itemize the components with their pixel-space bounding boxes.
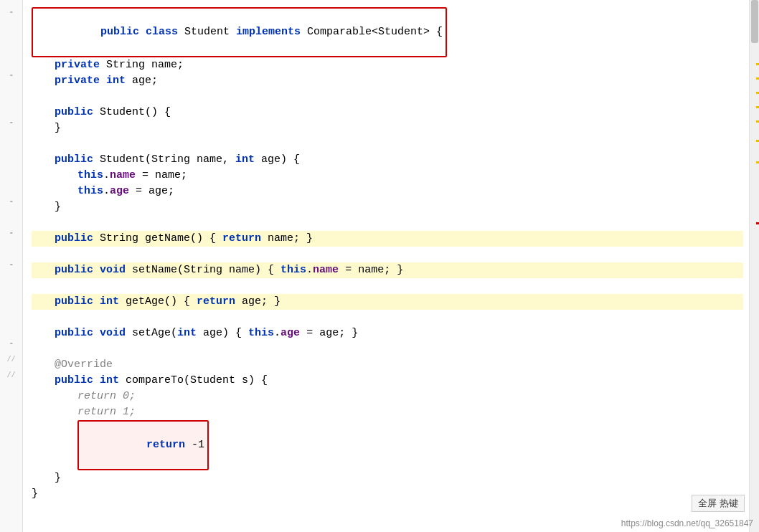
scroll-marker-yellow-3: [756, 92, 759, 94]
line-10: this.age = age;: [32, 184, 743, 199]
line-16: [32, 278, 743, 294]
gutter-20: [5, 304, 18, 320]
gutter-fold-15[interactable]: ⁃: [5, 225, 18, 241]
code-area: public class Student implements Comparab…: [23, 0, 749, 532]
line-6: }: [32, 120, 743, 136]
code-content: public class Student implements Comparab…: [32, 4, 743, 505]
scroll-marker-red: [756, 222, 759, 224]
line-19: public void setAge(int age) { this.age =…: [32, 326, 743, 341]
gutter-fold-8[interactable]: ⁃: [5, 115, 18, 130]
line-4: [32, 89, 743, 105]
url-text-content: https://blog.csdn.net/qq_32651847: [621, 518, 753, 528]
line-23: return 0;: [32, 389, 743, 404]
line-26: }: [32, 470, 743, 486]
line-12: [32, 215, 743, 231]
gutter-14: [5, 209, 18, 225]
line-15: public void setName(String name) { this.…: [32, 262, 743, 278]
line-20: [32, 341, 743, 357]
gutter-comment-23: //: [5, 351, 18, 367]
gutter-25: [5, 383, 18, 399]
gutter-19: [5, 288, 18, 304]
gutter-9: [5, 130, 18, 146]
line-18: [32, 310, 743, 326]
scroll-marker-yellow-4: [756, 106, 759, 108]
gutter-27: [5, 414, 18, 430]
gutter-26: [5, 399, 18, 414]
gutter-18: [5, 272, 18, 288]
url-bar: https://blog.csdn.net/qq_32651847: [621, 518, 753, 528]
tooltip-text: 全屏 热键: [698, 498, 738, 508]
line-13: public String getName() { return name; }: [32, 231, 743, 247]
line-17: public int getAge() { return age; }: [32, 294, 743, 310]
line-22: public int compareTo(Student s) {: [32, 373, 743, 389]
gutter-fold-22[interactable]: ⁃: [5, 336, 18, 351]
gutter-10: [5, 146, 18, 162]
line-25: return -1: [32, 420, 743, 470]
tooltip-box[interactable]: 全屏 热键: [692, 495, 745, 512]
line-2: private String name;: [32, 57, 743, 73]
gutter-12: [5, 178, 18, 194]
gutter-16: [5, 241, 18, 257]
gutter: ⁃ ⁃ ⁃ ⁃ ⁃ ⁃: [0, 0, 23, 532]
scroll-marker-yellow-1: [756, 63, 759, 65]
gutter-comment-24: //: [5, 367, 18, 383]
gutter-2: [5, 20, 18, 36]
line-9: this.name = name;: [32, 168, 743, 184]
line-11: }: [32, 199, 743, 215]
gutter-11: [5, 162, 18, 178]
gutter-6: [5, 83, 18, 99]
line-1-text: public class Student implements Comparab…: [32, 7, 447, 57]
gutter-3: [5, 36, 18, 52]
gutter-7: [5, 99, 18, 115]
gutter-fold-13[interactable]: ⁃: [5, 194, 18, 209]
gutter-21: [5, 320, 18, 336]
code-editor: ⁃ ⁃ ⁃ ⁃ ⁃ ⁃: [0, 0, 759, 532]
line-8: public Student(String name, int age) {: [32, 152, 743, 168]
line-5: public Student() {: [32, 105, 743, 120]
scroll-marker-yellow-2: [756, 77, 759, 80]
line-3: private int age;: [32, 73, 743, 89]
scrollbar[interactable]: [749, 0, 759, 532]
line-24: return 1;: [32, 404, 743, 420]
highlighted-return: return -1: [77, 420, 209, 470]
line-27: }: [32, 486, 743, 502]
line-14: [32, 247, 743, 262]
scroll-marker-yellow-5: [756, 120, 759, 123]
scroll-marker-yellow-7: [756, 161, 759, 163]
line-7: [32, 136, 743, 152]
scroll-marker-yellow-6: [756, 140, 759, 142]
gutter-4: [5, 52, 18, 67]
scrollbar-thumb[interactable]: [751, 0, 758, 43]
gutter-fold-5[interactable]: ⁃: [5, 67, 18, 83]
gutter-fold-17[interactable]: ⁃: [5, 257, 18, 272]
line-21: @Override: [32, 357, 743, 373]
line-1: public class Student implements Comparab…: [32, 7, 743, 57]
gutter-fold-1[interactable]: ⁃: [5, 4, 18, 20]
